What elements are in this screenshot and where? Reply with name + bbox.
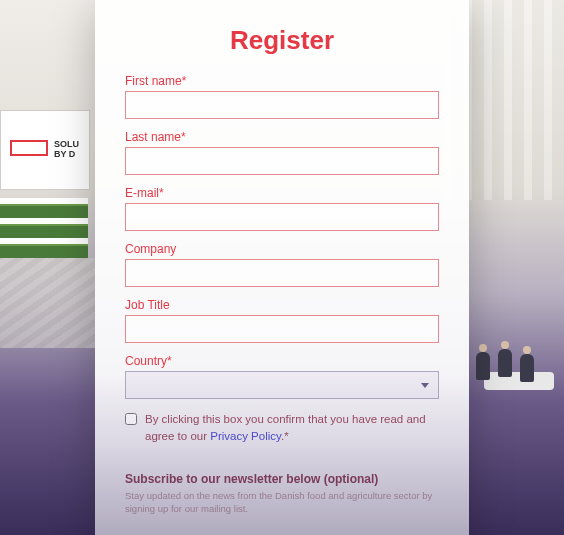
newsletter-subtitle: Stay updated on the news from the Danish…	[125, 489, 439, 516]
label-first-name: First name*	[125, 74, 439, 88]
input-last-name[interactable]	[125, 147, 439, 175]
bg-greenery-shelves	[0, 198, 88, 258]
input-job-title[interactable]	[125, 315, 439, 343]
label-company: Company	[125, 242, 439, 256]
label-country: Country*	[125, 354, 439, 368]
field-country: Country*	[125, 354, 439, 399]
select-country[interactable]	[125, 371, 439, 399]
bg-booth-text: SOLUBY D	[54, 140, 79, 160]
select-wrapper	[125, 371, 439, 399]
field-last-name: Last name*	[125, 130, 439, 175]
field-first-name: First name*	[125, 74, 439, 119]
privacy-policy-link[interactable]: Privacy Policy	[210, 430, 281, 442]
bg-logo-badge	[10, 140, 48, 156]
input-first-name[interactable]	[125, 91, 439, 119]
field-job-title: Job Title	[125, 298, 439, 343]
bg-people-group	[466, 325, 556, 385]
newsletter-title: Subscribe to our newsletter below (optio…	[125, 472, 439, 486]
label-last-name: Last name*	[125, 130, 439, 144]
register-modal: Register First name* Last name* E-mail* …	[95, 0, 469, 535]
label-email: E-mail*	[125, 186, 439, 200]
checkbox-consent[interactable]	[125, 413, 137, 425]
consent-suffix: .*	[281, 430, 289, 442]
bg-stairs	[0, 258, 95, 348]
field-email: E-mail*	[125, 186, 439, 231]
page-title: Register	[125, 25, 439, 56]
consent-row: By clicking this box you confirm that yo…	[125, 411, 439, 446]
input-email[interactable]	[125, 203, 439, 231]
newsletter-section: Subscribe to our newsletter below (optio…	[125, 472, 439, 516]
input-company[interactable]	[125, 259, 439, 287]
label-job-title: Job Title	[125, 298, 439, 312]
consent-text: By clicking this box you confirm that yo…	[145, 411, 439, 446]
field-company: Company	[125, 242, 439, 287]
